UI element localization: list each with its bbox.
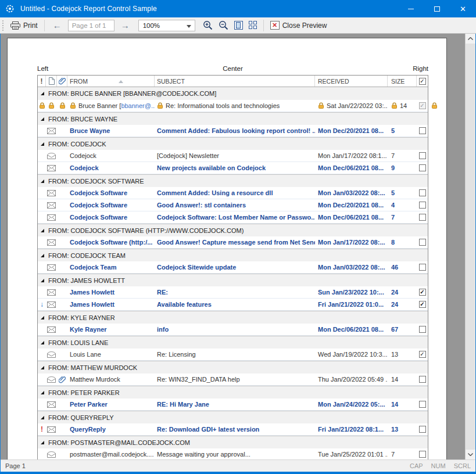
checkbox[interactable]	[419, 239, 426, 246]
column-received[interactable]: RECEIVED	[315, 76, 388, 87]
checkbox[interactable]	[419, 301, 426, 308]
vertical-scrollbar[interactable]	[465, 34, 475, 459]
checkbox[interactable]	[419, 127, 426, 134]
checkbox[interactable]	[419, 152, 426, 159]
maximize-button[interactable]	[424, 0, 450, 17]
size-text: 14	[391, 376, 398, 383]
size-text: 7	[391, 214, 395, 221]
checkbox[interactable]	[419, 102, 426, 109]
message-row[interactable]: Kyle RaynerinfoMon Dec/06/2021 08...67	[38, 324, 428, 336]
scroll-up-button[interactable]	[466, 34, 475, 44]
group-expand-icon[interactable]	[41, 229, 44, 232]
checkbox[interactable]	[419, 189, 426, 196]
page-number-field[interactable]	[68, 20, 114, 31]
received-cell: Mon Dec/20/2021 08...	[315, 125, 388, 137]
group-row[interactable]: FROM: CODEJOCK TEAM	[38, 249, 428, 261]
message-row[interactable]: postmaster@mail.codejock....Message wait…	[38, 448, 428, 459]
group-row[interactable]: FROM: MATTHEW MURDOCK	[38, 361, 428, 374]
group-expand-icon[interactable]	[41, 117, 44, 121]
minimize-button[interactable]	[398, 0, 424, 17]
checkbox[interactable]	[419, 401, 426, 408]
group-expand-icon[interactable]	[41, 366, 44, 369]
print-button[interactable]: Print	[7, 20, 41, 31]
multi-page-view-button[interactable]	[246, 19, 260, 31]
group-row[interactable]: FROM: QUERYREPLY	[38, 411, 428, 423]
message-row[interactable]: Peter ParkerRE: Hi Mary JaneMon Jan/24/2…	[38, 398, 428, 411]
group-expand-icon[interactable]	[41, 316, 44, 319]
scroll-down-button[interactable]	[466, 450, 475, 459]
group-expand-icon[interactable]	[41, 279, 44, 282]
checkbox[interactable]	[419, 376, 426, 383]
group-row[interactable]: FROM: KYLE RAYNER	[38, 311, 428, 324]
group-expand-icon[interactable]	[41, 441, 44, 444]
group-expand-icon[interactable]	[41, 416, 44, 419]
message-row[interactable]: Bruce Banner [bbanner@...Re: Information…	[38, 100, 428, 112]
scrollbar-thumb[interactable]	[466, 44, 475, 450]
message-row[interactable]: Codejock SoftwareCodejock Software: Lost…	[38, 211, 428, 224]
message-row[interactable]: James HowlettRE:Sun Jan/23/2022 10:...24	[38, 286, 428, 299]
header-checkbox[interactable]	[419, 78, 426, 85]
checkbox[interactable]	[419, 202, 426, 209]
zoom-select[interactable]: 100%	[138, 20, 195, 31]
checkbox-cell	[417, 150, 428, 161]
message-row[interactable]: Codejock SoftwareComment Added: Using a …	[38, 187, 428, 199]
checkbox[interactable]	[419, 426, 426, 433]
message-row[interactable]: Matthew MurdockRe: WIN32_FIND_DATA helpT…	[38, 374, 428, 386]
subject-cell: Comment Added: Fabulous looking report c…	[155, 125, 315, 137]
previous-page-button[interactable]: ←	[48, 20, 67, 30]
group-row[interactable]: FROM: PETER PARKER	[38, 386, 428, 398]
group-expand-icon[interactable]	[41, 391, 44, 394]
group-row[interactable]: FROM: CODEJOCK SOFTWARE	[38, 174, 428, 187]
column-subject[interactable]: SUBJECT	[155, 76, 315, 87]
group-expand-icon[interactable]	[41, 142, 44, 146]
group-row[interactable]: FROM: BRUCE BANNER [BBANNER@CODEJOCK.COM…	[38, 87, 428, 100]
icon-cell	[46, 211, 57, 223]
column-from[interactable]: FROM	[67, 76, 155, 87]
next-page-button[interactable]: →	[116, 20, 135, 30]
group-row[interactable]: FROM: JAMES HOWLETT	[38, 274, 428, 286]
sender-name: James Howlett	[70, 301, 114, 308]
message-row[interactable]: Louis LaneRe: LicensingWed Jan/19/2022 1…	[38, 349, 428, 361]
message-row[interactable]: ↓James HowlettAvailable featuresFri Jan/…	[38, 299, 428, 311]
close-preview-button[interactable]: ✕ Close Preview	[267, 19, 331, 31]
zoom-in-button[interactable]	[200, 19, 216, 32]
group-row[interactable]: FROM: LOUIS LANE	[38, 336, 428, 349]
column-size[interactable]: SIZE	[388, 76, 417, 87]
checkbox[interactable]	[419, 214, 426, 221]
group-expand-icon[interactable]	[41, 92, 44, 95]
column-attachment[interactable]	[57, 76, 67, 87]
one-page-view-button[interactable]	[231, 19, 246, 31]
checkbox[interactable]	[419, 264, 426, 271]
column-priority[interactable]: !	[38, 76, 46, 87]
message-row[interactable]: Codejock SoftwareGood Answer!: stl conta…	[38, 199, 428, 211]
checkbox[interactable]	[419, 164, 426, 171]
checkbox[interactable]	[419, 451, 426, 458]
checkbox[interactable]	[419, 351, 426, 358]
group-label: FROM: CODEJOCK SOFTWARE	[48, 178, 144, 185]
group-expand-icon[interactable]	[41, 179, 44, 183]
group-row[interactable]: FROM: CODEJOCK	[38, 137, 428, 150]
size-text: 67	[391, 326, 398, 333]
message-row[interactable]: !QueryReplyRe: Download GDI+ latest vers…	[38, 423, 428, 436]
toolbar-gripper[interactable]	[2, 20, 5, 31]
message-row[interactable]: Codejock[Codejock] NewsletterMon Jan/17/…	[38, 150, 428, 162]
sender-email-link[interactable]: bbanner@...	[121, 102, 155, 109]
group-row[interactable]: FROM: BRUCE WAYNE	[38, 112, 428, 125]
group-expand-icon[interactable]	[41, 341, 44, 344]
received-cell: Mon Jan/17/2022 08:1...	[315, 150, 388, 161]
column-icon[interactable]	[46, 76, 57, 87]
group-row[interactable]: FROM: CODEJOCK SOFTWARE (HTTP://WWW.CODE…	[38, 224, 428, 236]
column-checked[interactable]	[417, 76, 428, 87]
message-row[interactable]: Bruce WayneComment Added: Fabulous looki…	[38, 125, 428, 137]
message-row[interactable]: Codejock TeamCodejock Sitewide updateMon…	[38, 261, 428, 274]
close-button[interactable]: ✕	[450, 0, 476, 17]
message-row[interactable]: CodejockNew projects available on Codejo…	[38, 162, 428, 174]
subject-cell: [Codejock] Newsletter	[155, 150, 315, 161]
checkbox[interactable]	[419, 326, 426, 333]
group-expand-icon[interactable]	[41, 254, 44, 257]
size-text: 4	[391, 202, 395, 209]
checkbox[interactable]	[419, 289, 426, 296]
group-row[interactable]: FROM: POSTMASTER@MAIL.CODEJOCK.COM	[38, 436, 428, 448]
zoom-out-button[interactable]	[216, 19, 231, 32]
message-row[interactable]: Codejock Software (http:/...Good Answer!…	[38, 236, 428, 249]
